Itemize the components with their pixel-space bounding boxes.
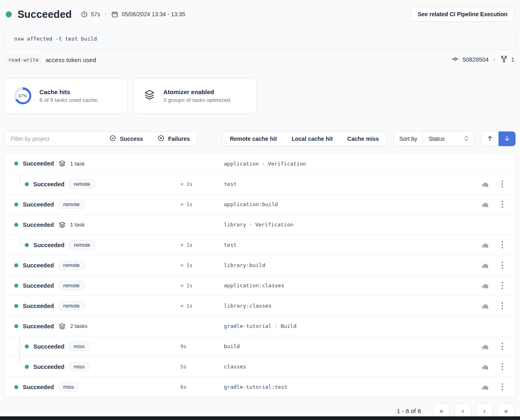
duration-cell: < 1s	[180, 235, 193, 255]
kebab-menu-icon[interactable]	[501, 363, 503, 370]
related-pipeline-button[interactable]: See related CI Pipeline Execution	[411, 7, 514, 22]
gradle-elephant-icon[interactable]	[480, 262, 489, 269]
cache-miss-button[interactable]: Cache miss	[340, 131, 386, 146]
cache-status-badge: remote	[58, 281, 84, 290]
date-range-label: 05/06/2024 13:34 - 13:35	[121, 11, 185, 17]
row-status-cell: Succeededremote	[14, 255, 84, 275]
target-cell: library:classes	[224, 296, 271, 316]
row-status-label: Succeeded	[33, 343, 65, 350]
task-group-row[interactable]: Succeeded1 taskapplication›Verification	[4, 153, 516, 174]
status-dot	[14, 223, 18, 227]
row-status-cell: Succeededremote	[25, 235, 95, 255]
cache-status-badge: remote	[69, 179, 95, 189]
row-actions	[480, 377, 503, 397]
project-cell: library›Verification	[224, 215, 293, 235]
status-dot	[14, 202, 18, 207]
gradle-elephant-icon[interactable]	[480, 282, 489, 289]
local-cache-hit-button[interactable]: Local cache hit	[284, 131, 340, 146]
check-circle-icon	[109, 135, 116, 143]
remote-cache-hit-button[interactable]: Remote cache hit	[223, 131, 284, 146]
atomizer-card-subtitle: 3 groups of tasks optimized.	[163, 97, 232, 103]
gradle-elephant-icon[interactable]	[480, 302, 489, 309]
sort-direction-group	[481, 131, 516, 146]
task-row[interactable]: Succeededremote< 1sapplication:build	[4, 194, 516, 214]
task-row[interactable]: Succeededremote< 1stest	[4, 174, 516, 194]
row-actions	[480, 255, 503, 275]
kebab-menu-icon[interactable]	[501, 342, 503, 350]
kebab-menu-icon[interactable]	[501, 282, 503, 289]
success-filter-label: Success	[120, 136, 143, 142]
commit-sha[interactable]: 50828504	[462, 56, 489, 63]
task-table-body: Succeeded1 taskapplication›VerificationS…	[4, 153, 516, 397]
gradle-elephant-icon[interactable]	[480, 181, 489, 187]
task-group-row[interactable]: Succeeded1 tasklibrary›Verification	[4, 214, 516, 235]
row-status-cell: Succeededremote	[25, 174, 95, 194]
success-filter-button[interactable]: Success	[102, 131, 150, 146]
row-actions	[480, 296, 503, 316]
cache-status-badge: miss	[69, 362, 90, 371]
kebab-menu-icon[interactable]	[501, 241, 503, 249]
gradle-elephant-icon[interactable]	[480, 363, 489, 370]
row-status-label: Succeeded	[33, 181, 65, 187]
kebab-menu-icon[interactable]	[501, 261, 503, 269]
clock-icon	[81, 11, 88, 18]
task-row[interactable]: Succeededmiss5sclasses	[4, 356, 516, 377]
dot-separator	[494, 59, 495, 60]
gradle-elephant-icon[interactable]	[480, 343, 489, 350]
duration-label: 57s	[91, 11, 100, 17]
kebab-menu-icon[interactable]	[501, 383, 503, 391]
project-name: application	[224, 161, 259, 167]
row-status-label: Succeeded	[23, 384, 54, 390]
failures-filter-button[interactable]: Failures	[150, 131, 197, 146]
cache-status-badge: miss	[58, 382, 79, 392]
gradle-elephant-icon[interactable]	[480, 383, 489, 390]
project-name: library	[224, 222, 246, 228]
x-circle-icon	[158, 135, 165, 143]
target-cell: test	[224, 174, 236, 194]
cache-hits-card: 67% Cache hits 6 of 9 tasks used cache.	[4, 78, 128, 114]
status-dot	[25, 243, 29, 247]
sort-descending-button[interactable]	[498, 131, 516, 146]
task-count-label: 2 tasks	[70, 323, 88, 329]
sort-ascending-button[interactable]	[481, 131, 498, 146]
row-status-label: Succeeded	[33, 364, 65, 370]
filter-project-input[interactable]	[4, 131, 102, 146]
kebab-menu-icon[interactable]	[501, 180, 503, 188]
status-dot	[14, 263, 18, 267]
task-row[interactable]: Succeededremote< 1sapplication:classes	[4, 275, 516, 295]
layers-icon	[58, 323, 66, 330]
target-cell: application:classes	[224, 276, 284, 295]
task-group-row[interactable]: Succeeded2 tasksgradle-tutorial›Build	[4, 316, 516, 336]
task-row[interactable]: Succeededremote< 1slibrary:build	[4, 255, 516, 275]
kebab-menu-icon[interactable]	[501, 302, 503, 310]
task-row[interactable]: Succeededremote< 1stest	[4, 235, 516, 255]
row-status-cell: Succeededmiss	[25, 357, 89, 377]
status-dot	[14, 385, 18, 389]
target-cell: build	[224, 336, 240, 356]
layers-icon	[58, 221, 66, 228]
row-actions	[480, 336, 503, 356]
task-row[interactable]: Succeededmiss6sgradle-tutorial:test	[4, 377, 516, 397]
kebab-menu-icon[interactable]	[501, 200, 503, 208]
sort-select[interactable]: Status	[422, 131, 474, 146]
project-filter-group: Success Failures	[4, 131, 198, 146]
row-status-cell: Succeededremote	[14, 296, 84, 316]
cache-status-badge: remote	[58, 261, 84, 270]
row-actions	[480, 357, 503, 377]
chevron-right-icon: ›	[275, 323, 277, 329]
task-table: Succeeded1 taskapplication›VerificationS…	[4, 153, 516, 397]
task-count-label: 1 task	[70, 222, 85, 228]
task-row[interactable]: Succeededmiss9sbuild	[4, 336, 516, 356]
sort-select-value: Status	[429, 136, 445, 142]
row-status-label: Succeeded	[23, 282, 54, 289]
target-cell: classes	[224, 357, 246, 377]
row-status-cell: Succeeded1 task	[14, 215, 85, 235]
gradle-elephant-icon[interactable]	[480, 201, 489, 208]
task-row[interactable]: Succeededremote< 1slibrary:classes	[4, 295, 516, 316]
row-actions	[480, 194, 503, 214]
status-dot	[14, 162, 18, 166]
cache-status-badge: remote	[58, 200, 84, 209]
summary-cards: 67% Cache hits 6 of 9 tasks used cache. …	[4, 78, 516, 114]
gradle-elephant-icon[interactable]	[480, 241, 489, 248]
command-card: nxw affected -t test build	[4, 28, 516, 50]
